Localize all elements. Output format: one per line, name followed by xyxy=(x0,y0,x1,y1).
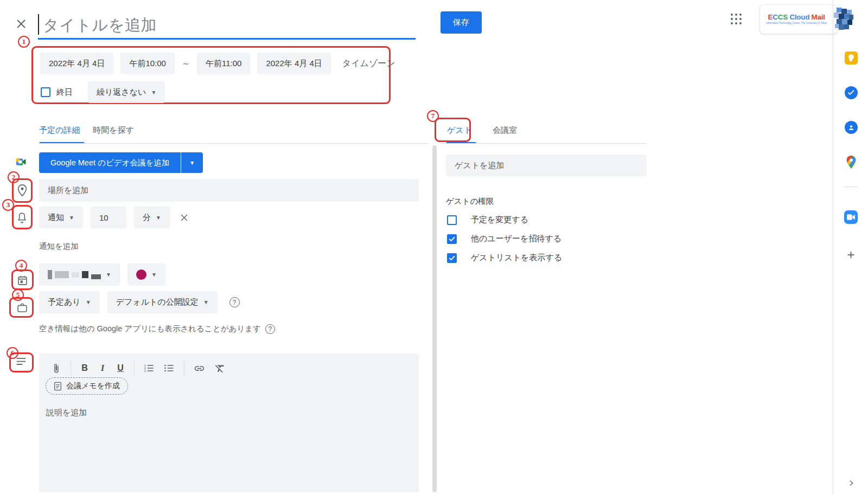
create-meeting-notes-label: 会議メモを作成 xyxy=(66,381,120,391)
location-pin-icon xyxy=(16,183,28,197)
description-panel[interactable]: B I U 123 会議メモを作成 説明を追加 xyxy=(39,353,419,492)
permission-row-see-guestlist: ゲストリストを表示する xyxy=(447,253,562,263)
tab-guests[interactable]: ゲスト xyxy=(447,125,472,136)
vertical-scrollbar[interactable] xyxy=(432,145,437,492)
tab-find-time[interactable]: 時間を探す xyxy=(93,125,134,136)
annotation-4: 4 xyxy=(15,260,27,272)
zoom-app-icon[interactable] xyxy=(844,210,858,224)
logo-title: ECCS Cloud Mail xyxy=(768,14,825,22)
bold-icon[interactable]: B xyxy=(80,363,89,373)
all-day-checkbox[interactable] xyxy=(41,87,50,97)
close-icon[interactable] xyxy=(13,16,29,33)
chevron-down-icon: ▼ xyxy=(189,160,195,166)
bulleted-list-icon[interactable] xyxy=(164,363,175,373)
notification-unit-dropdown[interactable]: 分▼ xyxy=(134,207,170,228)
chevron-down-icon: ▼ xyxy=(106,272,111,278)
google-keep-icon[interactable] xyxy=(844,51,858,65)
check-icon xyxy=(448,235,456,243)
busy-status-dropdown[interactable]: 予定あり▼ xyxy=(39,291,100,313)
chevron-down-icon: ▼ xyxy=(86,299,91,305)
underline-icon[interactable]: U xyxy=(116,363,125,373)
visibility-row: 予定あり▼ デフォルトの公開設定▼ ? xyxy=(39,291,240,313)
right-tabs: ゲスト 会議室 xyxy=(447,125,517,136)
invite-others-checkbox[interactable] xyxy=(447,234,457,244)
permission-label: ゲストリストを表示する xyxy=(471,253,562,263)
title-text-caret xyxy=(38,14,39,35)
visibility-dropdown[interactable]: デフォルトの公開設定▼ xyxy=(107,291,218,313)
annotation-3: 3 xyxy=(2,199,14,211)
location-input[interactable]: 場所を追加 xyxy=(39,179,419,202)
annotation-5: 5 xyxy=(12,289,24,301)
sidebar-divider xyxy=(833,0,833,495)
calendar-color-dot xyxy=(136,269,146,280)
all-day-label: 終日 xyxy=(56,87,73,98)
calendar-row: ▼ ▼ xyxy=(39,263,165,286)
allday-recurrence-row: 終日 繰り返さない▼ xyxy=(41,81,165,103)
attachment-icon[interactable] xyxy=(51,363,61,374)
start-time-button[interactable]: 午前10:00 xyxy=(120,53,175,74)
permission-label: 他のユーザーを招待する xyxy=(471,234,561,244)
chevron-down-icon: ▼ xyxy=(69,215,74,221)
check-icon xyxy=(448,254,456,262)
chevron-down-icon: ▼ xyxy=(151,272,157,278)
google-meet-icon xyxy=(16,156,27,168)
permission-row-modify: 予定を変更する xyxy=(447,215,528,225)
google-apps-grid-icon[interactable] xyxy=(731,14,744,27)
start-date-button[interactable]: 2022年 4月 4日 xyxy=(40,53,113,74)
google-tasks-icon[interactable] xyxy=(844,86,858,99)
chevron-down-icon: ▼ xyxy=(151,89,156,95)
permission-label: 予定を変更する xyxy=(471,215,528,225)
google-maps-icon[interactable] xyxy=(844,155,858,169)
title-input[interactable]: タイトルを追加 xyxy=(43,15,157,36)
add-notification-link[interactable]: 通知を追加 xyxy=(39,241,79,252)
numbered-list-icon[interactable]: 123 xyxy=(144,363,155,373)
see-guest-list-checkbox[interactable] xyxy=(447,253,457,263)
add-meet-button[interactable]: Google Meet のビデオ会議を追加 ▼ xyxy=(39,152,203,173)
chevron-down-icon: ▼ xyxy=(203,299,209,305)
datetime-row: 2022年 4月 4日 午前10:00 ～ 午前11:00 2022年 4月 4… xyxy=(40,53,395,74)
clear-formatting-icon[interactable] xyxy=(214,363,226,374)
eccs-cloud-mail-logo: ECCS Cloud Mail Information Technology C… xyxy=(760,4,838,34)
description-lines-icon xyxy=(16,357,27,367)
document-icon xyxy=(54,382,62,391)
toolbar-divider xyxy=(134,362,135,375)
calendar-select-dropdown[interactable]: ▼ xyxy=(39,263,120,286)
meet-options-dropdown[interactable]: ▼ xyxy=(181,152,203,173)
chevron-down-icon: ▼ xyxy=(156,215,161,221)
end-date-button[interactable]: 2022年 4月 4日 xyxy=(257,53,330,74)
visibility-help-icon[interactable]: ? xyxy=(229,297,240,307)
timezone-button[interactable]: タイムゾーン xyxy=(342,58,395,69)
italic-icon[interactable]: I xyxy=(98,363,107,373)
get-addons-plus-icon[interactable]: + xyxy=(844,248,858,261)
create-meeting-notes-button[interactable]: 会議メモを作成 xyxy=(46,377,128,395)
description-input[interactable]: 説明を追加 xyxy=(46,408,87,418)
tab-event-details[interactable]: 予定の詳細 xyxy=(39,125,80,136)
notification-minutes-input[interactable]: 10 xyxy=(91,207,126,228)
toolbar-divider xyxy=(71,362,71,375)
annotation-2: 2 xyxy=(8,171,20,183)
modify-event-checkbox[interactable] xyxy=(447,215,457,225)
remove-notification-icon[interactable] xyxy=(180,213,189,222)
logo-subtitle: Information Technology Center, The Unive… xyxy=(766,22,827,24)
add-guests-input[interactable]: ゲストを追加 xyxy=(446,155,647,176)
briefcase-icon xyxy=(16,302,28,313)
insert-link-icon[interactable] xyxy=(194,363,205,374)
calendar-icon xyxy=(17,274,28,286)
save-button[interactable]: 保存 xyxy=(441,11,482,34)
collapse-panel-chevron-icon[interactable] xyxy=(844,476,858,490)
calendar-color-dropdown[interactable]: ▼ xyxy=(127,263,165,286)
end-time-button[interactable]: 午前11:00 xyxy=(197,53,250,74)
guest-permissions-title: ゲストの権限 xyxy=(446,196,494,207)
availability-help-icon[interactable]: ? xyxy=(265,324,275,334)
time-range-tilde: ～ xyxy=(182,59,190,69)
logo-text: ECCS Cloud Mail Information Technology C… xyxy=(763,14,829,24)
recurrence-dropdown[interactable]: 繰り返さない▼ xyxy=(88,81,165,103)
availability-note-row: 空き情報は他の Google アプリにも表示されることがあります ? xyxy=(39,324,275,334)
add-meet-label: Google Meet のビデオ会議を追加 xyxy=(39,152,181,173)
redacted-calendar-name xyxy=(48,270,101,279)
notification-type-dropdown[interactable]: 通知▼ xyxy=(39,207,83,228)
google-contacts-icon[interactable] xyxy=(844,120,858,134)
tab-rooms[interactable]: 会議室 xyxy=(493,125,517,136)
notification-row: 通知▼ 10 分▼ xyxy=(39,207,189,228)
event-editor-screen: タイトルを追加 保存 ECCS Cloud Mail Information T… xyxy=(0,0,868,495)
